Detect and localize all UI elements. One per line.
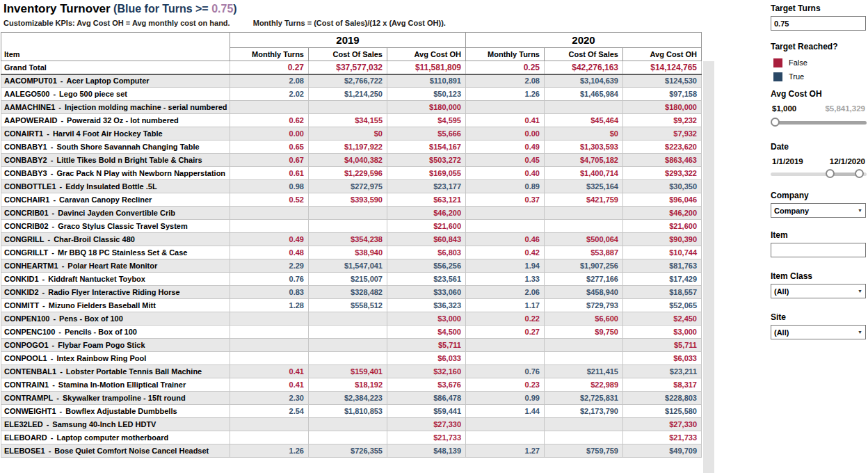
avg-cost-oh-cell[interactable]: $49,709	[623, 444, 702, 458]
cost-of-sales-cell[interactable]: $53,887	[545, 246, 623, 259]
item-cell[interactable]: CONPEN100-Pens - Box of 100	[1, 312, 230, 326]
cost-of-sales-cell[interactable]	[309, 339, 387, 352]
column-header-monthly-turns-2019[interactable]: Monthly Turns	[230, 48, 309, 61]
cost-of-sales-cell[interactable]: $9,750	[545, 326, 623, 339]
avg-cost-oh-cell[interactable]: $96,046	[623, 193, 702, 207]
cost-of-sales-cell[interactable]: $558,512	[309, 299, 387, 312]
avg-cost-oh-cell[interactable]: $5,711	[387, 339, 466, 352]
monthly-turns-cell[interactable]: 0.49	[230, 233, 309, 246]
column-header-avg-cost-oh-2020[interactable]: Avg Cost OH	[623, 48, 702, 61]
table-row[interactable]: CONAIRT1-Harvil 4 Foot Air Hockey Table …	[1, 127, 702, 141]
cost-of-sales-cell[interactable]	[309, 431, 387, 444]
avg-cost-oh-cell[interactable]: $46,200	[387, 207, 466, 220]
cost-of-sales-cell[interactable]: $2,384,223	[309, 392, 387, 405]
avg-cost-oh-cell[interactable]: $21,733	[623, 431, 702, 444]
table-row[interactable]: CONGRILLT-Mr BBQ 18 PC Stainless Set & C…	[1, 246, 702, 259]
cost-of-sales-cell[interactable]: $1,810,853	[309, 405, 387, 418]
cost-of-sales-cell[interactable]: $458,940	[545, 286, 623, 299]
column-header-cost-of-sales-2019[interactable]: Cost Of Sales	[309, 48, 387, 61]
table-row[interactable]: CONHEARTM1-Polar Heart Rate Monitor 2.29…	[1, 259, 702, 273]
date-range-slider[interactable]	[771, 168, 867, 179]
avg-cost-oh-cell[interactable]: $10,744	[623, 246, 702, 259]
table-row[interactable]: CONBABY1-South Shore Savannah Changing T…	[1, 141, 702, 154]
avg-cost-oh-cell[interactable]: $169,055	[387, 167, 466, 180]
monthly-turns-cell[interactable]: 0.41	[230, 378, 309, 392]
monthly-turns-cell[interactable]	[230, 101, 309, 114]
item-cell[interactable]: CONPOGO1-Flybar Foam Pogo Stick	[1, 339, 230, 352]
item-cell[interactable]: ELEBOSE1-Bose Quiet Comfort Noise Cancel…	[1, 444, 230, 458]
cost-of-sales-cell[interactable]: $18,192	[309, 378, 387, 392]
table-row[interactable]: CONPENC100-Pencils - Box of 100 $4,500 0…	[1, 326, 702, 339]
table-row[interactable]: ELEBOARD-Laptop computer motherboard $21…	[1, 431, 702, 444]
avg-cost-oh-cell[interactable]: $23,177	[387, 180, 466, 193]
table-row[interactable]: CONKID2-Radio Flyer Interactive Riding H…	[1, 286, 702, 299]
monthly-turns-cell[interactable]: 1.17	[466, 299, 545, 312]
avg-cost-oh-cell[interactable]: $21,600	[387, 220, 466, 233]
table-row[interactable]: CONWEIGHT1-Bowflex Adjustable Dumbbells …	[1, 405, 702, 418]
cost-of-sales-cell[interactable]	[309, 207, 387, 220]
item-cell[interactable]: CONGRILL-Char-Broil Classic 480	[1, 233, 230, 246]
cost-of-sales-cell[interactable]: $393,590	[309, 193, 387, 207]
vertical-scrollbar[interactable]	[703, 61, 714, 473]
grand-total-cell[interactable]: 0.27	[230, 61, 309, 74]
avg-cost-oh-cell[interactable]: $36,323	[387, 299, 466, 312]
avg-cost-oh-cell[interactable]: $503,272	[387, 154, 466, 167]
legend-item-false[interactable]: False	[771, 56, 867, 70]
avg-cost-oh-cell[interactable]: $6,803	[387, 246, 466, 259]
cost-of-sales-cell[interactable]: $34,155	[309, 114, 387, 127]
avg-cost-oh-cell[interactable]: $63,121	[387, 193, 466, 207]
avg-cost-oh-cell[interactable]: $56,256	[387, 259, 466, 273]
avg-cost-oh-slider[interactable]	[771, 117, 867, 128]
monthly-turns-cell[interactable]: 0.76	[466, 365, 545, 378]
cost-of-sales-cell[interactable]: $4,040,382	[309, 154, 387, 167]
avg-cost-oh-cell[interactable]: $21,600	[623, 220, 702, 233]
avg-cost-oh-cell[interactable]: $97,158	[623, 88, 702, 101]
monthly-turns-cell[interactable]: 1.44	[466, 405, 545, 418]
monthly-turns-cell[interactable]	[230, 431, 309, 444]
monthly-turns-cell[interactable]: 1.27	[466, 444, 545, 458]
monthly-turns-cell[interactable]: 1.33	[466, 273, 545, 286]
avg-cost-oh-cell[interactable]: $60,843	[387, 233, 466, 246]
avg-cost-oh-cell[interactable]: $125,580	[623, 405, 702, 418]
date-slider-end-handle[interactable]	[855, 169, 864, 178]
grand-total-cell[interactable]: $37,577,032	[309, 61, 387, 74]
avg-cost-oh-cell[interactable]: $21,733	[387, 431, 466, 444]
table-row[interactable]: AAPOWERAID-Poweraid 32 Oz - lot numbered…	[1, 114, 702, 127]
column-header-monthly-turns-2020[interactable]: Monthly Turns	[466, 48, 545, 61]
table-row[interactable]: ELEBOSE1-Bose Quiet Comfort Noise Cancel…	[1, 444, 702, 458]
item-cell[interactable]: CONBABY2-Little Tikes Bold n Bright Tabl…	[1, 154, 230, 167]
monthly-turns-cell[interactable]: 1.26	[230, 444, 309, 458]
cost-of-sales-cell[interactable]: $22,989	[545, 378, 623, 392]
monthly-turns-cell[interactable]: 2.29	[230, 259, 309, 273]
cost-of-sales-cell[interactable]	[545, 431, 623, 444]
avg-cost-oh-cell[interactable]: $7,932	[623, 127, 702, 141]
avg-cost-oh-cell[interactable]: $46,200	[623, 207, 702, 220]
monthly-turns-cell[interactable]	[230, 418, 309, 431]
avg-cost-oh-cell[interactable]: $17,429	[623, 273, 702, 286]
cost-of-sales-cell[interactable]: $2,766,722	[309, 74, 387, 88]
avg-cost-oh-cell[interactable]: $90,390	[623, 233, 702, 246]
item-cell[interactable]: CONTRAMPL-Skywalker trampoline - 15ft ro…	[1, 392, 230, 405]
table-row[interactable]: CONBOTTLE1-Eddy Insulated Bottle .5L 0.9…	[1, 180, 702, 193]
cost-of-sales-cell[interactable]: $0	[545, 127, 623, 141]
item-cell[interactable]: AACOMPUT01-Acer Laptop Computer	[1, 74, 230, 88]
table-row[interactable]: CONBABY3-Grac Pack N Play with Newborn N…	[1, 167, 702, 180]
cost-of-sales-cell[interactable]: $1,214,250	[309, 88, 387, 101]
cost-of-sales-cell[interactable]: $0	[309, 127, 387, 141]
cost-of-sales-cell[interactable]: $1,229,596	[309, 167, 387, 180]
avg-cost-oh-cell[interactable]: $18,557	[623, 286, 702, 299]
monthly-turns-cell[interactable]: 0.99	[466, 392, 545, 405]
target-turns-input[interactable]	[771, 16, 866, 31]
monthly-turns-cell[interactable]	[466, 418, 545, 431]
cost-of-sales-cell[interactable]	[309, 352, 387, 365]
table-row[interactable]: CONPEN100-Pens - Box of 100 $3,000 0.22 …	[1, 312, 702, 326]
item-cell[interactable]: AAPOWERAID-Poweraid 32 Oz - lot numbered	[1, 114, 230, 127]
column-header-avg-cost-oh-2019[interactable]: Avg Cost OH	[387, 48, 466, 61]
company-dropdown[interactable]: Company ▼	[771, 203, 866, 218]
item-cell[interactable]: AAMACHINE1-Injection molding machine - s…	[1, 101, 230, 114]
cost-of-sales-cell[interactable]: $6,600	[545, 312, 623, 326]
cost-of-sales-cell[interactable]	[309, 326, 387, 339]
grand-total-label[interactable]: Grand Total	[1, 61, 230, 74]
avg-cost-oh-cell[interactable]: $180,000	[387, 101, 466, 114]
monthly-turns-cell[interactable]	[466, 101, 545, 114]
